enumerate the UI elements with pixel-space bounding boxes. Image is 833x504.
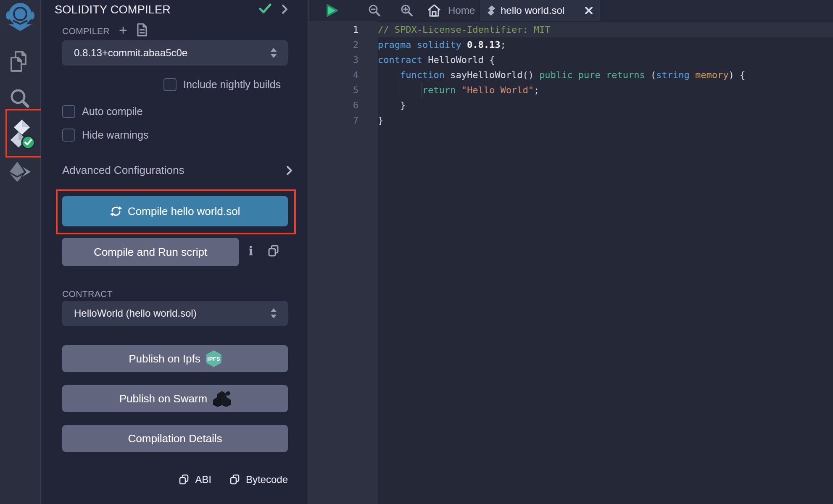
copy-abi-icon[interactable] xyxy=(179,474,189,486)
contract-select-value: HelloWorld (hello world.sol) xyxy=(74,307,270,319)
line-number: 7 xyxy=(309,113,378,128)
publish-ipfs-button[interactable]: Publish on Ipfs IPFS xyxy=(62,345,288,372)
zoom-out-icon[interactable] xyxy=(366,0,383,21)
add-compiler-icon[interactable]: + xyxy=(119,22,127,38)
bytecode-label[interactable]: Bytecode xyxy=(246,474,288,486)
nightly-builds-checkbox[interactable] xyxy=(163,78,177,91)
line-content: } xyxy=(378,98,406,113)
code-lines: 1// SPDX-License-Identifier: MIT2pragma … xyxy=(309,22,833,128)
abi-label[interactable]: ABI xyxy=(195,474,211,486)
icon-rail xyxy=(0,0,41,504)
zoom-in-icon[interactable] xyxy=(398,0,415,21)
compile-button[interactable]: Compile hello world.sol xyxy=(62,196,288,226)
code-line-3[interactable]: 3contract HelloWorld { xyxy=(309,52,833,68)
line-number: 4 xyxy=(309,68,378,83)
hide-warnings-label[interactable]: Hide warnings xyxy=(82,129,148,141)
line-content: pragma solidity 0.8.13; xyxy=(378,37,506,52)
compiler-doc-icon[interactable] xyxy=(137,23,148,37)
tab-home[interactable]: Home xyxy=(427,0,475,21)
code-line-1[interactable]: 1// SPDX-License-Identifier: MIT xyxy=(309,22,833,37)
compile-and-run-button[interactable]: Compile and Run script xyxy=(62,238,239,266)
compilation-details-label: Compilation Details xyxy=(128,432,222,445)
compiler-version-value: 0.8.13+commit.abaa5c0e xyxy=(74,47,270,59)
compiler-version-select[interactable]: 0.8.13+commit.abaa5c0e xyxy=(62,40,288,66)
line-content: function sayHelloWorld() public pure ret… xyxy=(378,68,745,83)
search-icon[interactable] xyxy=(8,87,31,110)
code-line-2[interactable]: 2pragma solidity 0.8.13; xyxy=(309,37,833,52)
swarm-icon xyxy=(213,390,231,407)
auto-compile-checkbox[interactable] xyxy=(62,105,75,118)
advanced-chevron-right-icon[interactable] xyxy=(286,165,293,176)
code-line-7[interactable]: 7} xyxy=(309,113,833,128)
publish-swarm-button[interactable]: Publish on Swarm xyxy=(62,385,288,412)
editor-tabbar: Home hello world.sol xyxy=(309,0,833,21)
compilation-details-button[interactable]: Compilation Details xyxy=(62,425,288,452)
run-button-label: Compile and Run script xyxy=(94,246,207,259)
select-arrows-icon xyxy=(270,308,277,319)
line-number: 3 xyxy=(309,52,378,68)
ipfs-icon: IPFS xyxy=(206,350,221,367)
line-content: contract HelloWorld { xyxy=(378,52,495,68)
code-line-6[interactable]: 6 } xyxy=(309,98,833,113)
compile-success-check-icon xyxy=(259,3,272,14)
copy-bytecode-icon[interactable] xyxy=(230,474,240,486)
close-tab-icon[interactable] xyxy=(585,6,593,15)
line-number: 6 xyxy=(309,98,378,113)
hide-warnings-row: Hide warnings xyxy=(62,129,148,142)
nightly-builds-label[interactable]: Include nightly builds xyxy=(183,79,281,91)
code-line-5[interactable]: 5 return "Hello World"; xyxy=(309,83,833,98)
compiler-section-label: COMPILER xyxy=(62,26,110,36)
tab-home-label: Home xyxy=(448,5,475,16)
select-arrows-icon xyxy=(270,47,277,58)
solidity-compiler-panel: SOLIDITY COMPILER COMPILER + 0.8.13+comm… xyxy=(41,0,308,504)
publish-ipfs-label: Publish on Ipfs xyxy=(129,352,200,365)
info-icon[interactable]: i xyxy=(248,244,253,258)
panel-title: SOLIDITY COMPILER xyxy=(55,3,171,16)
code-line-4[interactable]: 4 function sayHelloWorld() public pure r… xyxy=(309,68,833,83)
compile-button-label: Compile hello world.sol xyxy=(128,205,240,218)
line-content: // SPDX-License-Identifier: MIT xyxy=(378,22,551,37)
line-content: } xyxy=(378,113,383,128)
contract-select[interactable]: HelloWorld (hello world.sol) xyxy=(62,301,288,326)
hide-warnings-checkbox[interactable] xyxy=(62,129,75,142)
solidity-compiler-icon[interactable] xyxy=(8,118,35,150)
editor-region: Home hello world.sol 1// SPDX-License-Id… xyxy=(309,0,833,504)
line-number: 1 xyxy=(309,22,378,37)
line-number: 5 xyxy=(309,83,378,98)
line-content: return "Hello World"; xyxy=(378,83,539,98)
tab-hello-world-sol[interactable]: hello world.sol xyxy=(479,0,600,21)
advanced-configurations-label[interactable]: Advanced Configurations xyxy=(62,164,185,177)
solidity-file-icon xyxy=(487,5,496,16)
refresh-icon xyxy=(110,205,122,217)
contract-section-label: CONTRACT xyxy=(62,289,113,299)
auto-compile-label[interactable]: Auto compile xyxy=(82,105,143,118)
publish-swarm-label: Publish on Swarm xyxy=(119,392,208,405)
remix-logo[interactable] xyxy=(4,2,36,32)
code-editor[interactable]: 1// SPDX-License-Identifier: MIT2pragma … xyxy=(309,21,833,504)
file-explorer-icon[interactable] xyxy=(9,50,31,74)
run-script-play-icon[interactable] xyxy=(324,0,340,21)
nightly-builds-row: Include nightly builds xyxy=(163,78,281,91)
home-icon xyxy=(427,4,441,17)
auto-compile-row: Auto compile xyxy=(62,105,143,118)
line-number: 2 xyxy=(309,37,378,52)
panel-chevron-right-icon[interactable] xyxy=(282,5,288,14)
tab-label: hello world.sol xyxy=(501,5,580,16)
deploy-run-icon[interactable] xyxy=(8,160,34,183)
copy-script-icon[interactable] xyxy=(268,244,279,257)
